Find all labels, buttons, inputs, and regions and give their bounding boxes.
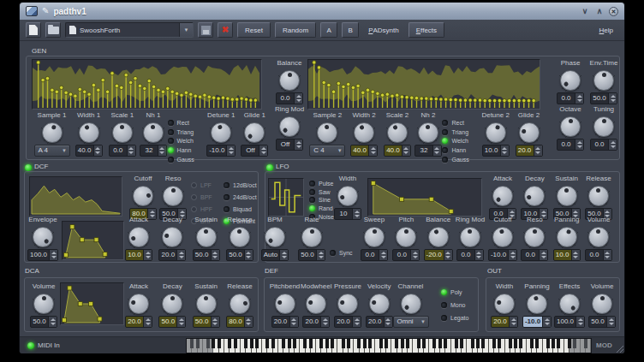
gen1-window-option-welch[interactable]: Welch [168, 137, 205, 146]
gen-glide2-knob[interactable] [519, 122, 540, 143]
gen-nh2-knob[interactable] [418, 122, 438, 143]
piano-key-black-64[interactable] [535, 339, 539, 348]
def-channel-knob[interactable] [401, 294, 421, 314]
env-handle-0[interactable] [371, 181, 375, 186]
gen-octave-knob[interactable] [560, 116, 581, 137]
dcf-cutoff-knob[interactable] [133, 186, 153, 206]
dcf-sustain-spinbox[interactable]: 50.0 [193, 249, 220, 261]
piano-key-black-11[interactable] [250, 339, 253, 348]
gen2-window-option-triang[interactable]: Triang [442, 128, 479, 137]
dca-decay-spinbox[interactable]: 50.0 [158, 316, 186, 328]
piano-key-black-52[interactable] [471, 339, 474, 348]
piano-key-black-60[interactable] [514, 339, 517, 348]
piano-key-black-49[interactable] [455, 339, 458, 348]
lfo-volume-spinbox[interactable]: 0.0 [585, 249, 612, 261]
gen-sample2-knob[interactable] [317, 122, 337, 143]
lfo-rate-knob[interactable] [301, 227, 322, 247]
piano-key-black-36[interactable] [385, 339, 388, 348]
def-pressure-spinbox[interactable]: 20.0 [334, 316, 361, 328]
lfo-reso-spinbox[interactable]: 0.0 [521, 249, 548, 261]
gen-nh2-spinbox[interactable]: 32 [414, 145, 442, 157]
piano-key-black-57[interactable] [498, 339, 501, 348]
gen2-window-option-rect[interactable]: Rect [442, 118, 479, 128]
dca-release-spinbox[interactable]: 80.0 [226, 316, 253, 328]
lfo-rate-spinbox[interactable]: 50.0 [298, 249, 325, 261]
dcf-sustain-knob[interactable] [196, 227, 217, 247]
dcf-envelope-knob[interactable] [33, 227, 53, 247]
env-handle-2[interactable] [80, 238, 84, 242]
dcf-envelope-spin-arrows[interactable] [49, 250, 57, 260]
piano-key-black-19[interactable] [293, 339, 296, 348]
gen-width2-spinbox[interactable]: 40.0 [350, 145, 378, 157]
gen-width2-knob[interactable] [354, 122, 374, 143]
piano-key-black-68[interactable] [557, 339, 560, 348]
gen-phase-spin-arrows[interactable] [575, 93, 583, 104]
piano-key-black-47[interactable] [444, 339, 447, 348]
piano-key-black-3[interactable] [206, 339, 210, 348]
gen-octave-spin-arrows[interactable] [575, 139, 583, 150]
env-handle-3[interactable] [449, 209, 453, 213]
lfo-panning-knob[interactable] [557, 227, 577, 247]
gen-octave-spinbox[interactable]: 0.0 [557, 139, 584, 151]
dca-sustain-knob[interactable] [196, 294, 217, 314]
gen-scale2-spinbox[interactable]: 40.0 [384, 145, 411, 157]
gen-tuning-spin-arrows[interactable] [608, 139, 617, 150]
lfo-pitch-spin-arrows[interactable] [410, 250, 419, 260]
gen-nh1-spin-arrows[interactable] [158, 145, 166, 156]
piano-key-black-46[interactable] [438, 339, 442, 348]
dca-sustain-spin-arrows[interactable] [211, 317, 219, 327]
env-handle-3[interactable] [94, 238, 98, 242]
gen-width1-spinbox[interactable]: 40.0 [75, 145, 103, 157]
def-modwheel-spinbox[interactable]: 20.0 [302, 316, 330, 328]
gen-detune1-spinbox[interactable]: -10.0 [206, 145, 236, 157]
dcf-decay-knob[interactable] [162, 227, 182, 247]
piano-keyboard[interactable] [186, 338, 592, 353]
gen-ringmod-spin-arrows[interactable] [294, 139, 302, 150]
close-window-icon[interactable]: ✕ [609, 7, 618, 16]
piano-key-black-31[interactable] [357, 339, 361, 348]
save-preset-button[interactable] [198, 22, 213, 38]
gen-scale1-spin-arrows[interactable] [127, 145, 135, 156]
dca-release-knob[interactable] [230, 294, 250, 314]
piano-key-black-50[interactable] [460, 339, 463, 348]
piano-key-black-53[interactable] [476, 339, 480, 348]
def-modwheel-spin-arrows[interactable] [320, 317, 329, 327]
gen2-window-option-gauss[interactable]: Gauss [442, 155, 479, 164]
gen-envtime-knob[interactable] [593, 70, 614, 91]
dca-volume-knob[interactable] [33, 294, 54, 314]
lfo-pitch-knob[interactable] [396, 227, 416, 247]
dcf-decay-spinbox[interactable]: 20.0 [158, 249, 186, 261]
piano-key-black-66[interactable] [546, 339, 550, 348]
gen-balance-spin-arrows[interactable] [294, 93, 302, 104]
dca-volume-spinbox[interactable]: 50.0 [30, 316, 57, 328]
gen-balance-spinbox[interactable]: 0.0 [276, 92, 303, 104]
piano-key-black-12[interactable] [255, 339, 259, 348]
piano-key-black-73[interactable] [584, 339, 587, 348]
out-effects-knob[interactable] [559, 294, 580, 314]
dcf-slope-option-biquad[interactable]: Biquad [224, 203, 257, 215]
gen-glide2-spin-arrows[interactable] [534, 145, 542, 156]
lfo-width-knob[interactable] [337, 186, 358, 206]
lfo-panning-spin-arrows[interactable] [571, 250, 580, 260]
gen-glide2-spinbox[interactable]: 20.0 [516, 145, 543, 157]
out-panning-spinbox[interactable]: -10.0 [522, 316, 552, 328]
gen2-window-option-hann[interactable]: Hann [442, 145, 479, 155]
env-handle-4[interactable] [98, 317, 102, 321]
gen-detune1-knob[interactable] [211, 122, 231, 143]
def-modwheel-knob[interactable] [306, 294, 326, 314]
gen1-harmonics-display[interactable] [32, 59, 262, 110]
gen-glide1-knob[interactable] [244, 122, 265, 143]
piano-key-black-15[interactable] [271, 339, 275, 348]
piano-key-black-70[interactable] [568, 339, 571, 348]
out-width-spin-arrows[interactable] [509, 317, 517, 327]
piano-key-black-24[interactable] [319, 339, 323, 348]
new-preset-button[interactable] [26, 22, 41, 38]
gen-nh1-knob[interactable] [143, 122, 164, 143]
gen-detune2-spin-arrows[interactable] [500, 145, 509, 156]
dca-attack-knob[interactable] [128, 294, 149, 314]
piano-key-black-43[interactable] [422, 339, 426, 348]
unshade-window-icon[interactable]: ∧ [594, 6, 605, 16]
random-button[interactable]: Random [275, 22, 316, 38]
gen-phase-knob[interactable] [560, 70, 581, 91]
lfo-sustain-knob[interactable] [557, 186, 577, 206]
